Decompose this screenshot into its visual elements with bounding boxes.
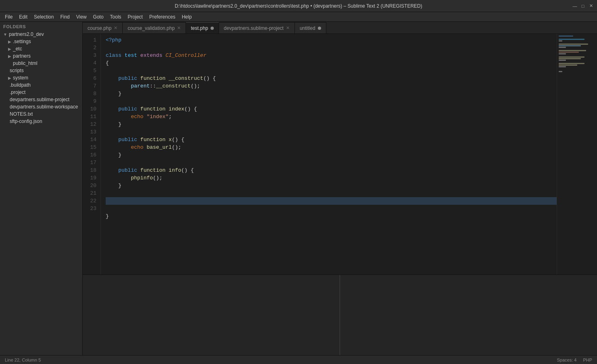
maximize-button[interactable]: □: [580, 3, 586, 9]
sidebar-item-root[interactable]: ▼ partners2.0_dev: [0, 31, 82, 38]
sidebar-item-sftp[interactable]: sftp-config.json: [0, 118, 82, 125]
line-numbers: 12345 678910 1112131415 1617181920 21222…: [83, 34, 101, 275]
window-title: D:\htdocs\lawline\partners2.0_dev\partne…: [175, 3, 422, 9]
main-area: FOLDERS ▼ partners2.0_dev ▶ .settings ▶ …: [0, 22, 597, 355]
menubar: FileEditSelectionFindViewGotoToolsProjec…: [0, 12, 597, 22]
tab-label: course_validation.php: [127, 25, 175, 31]
menu-item-edit[interactable]: Edit: [16, 13, 31, 21]
item-label: sftp-config.json: [10, 119, 42, 124]
tab-label: untitled: [300, 25, 315, 31]
sidebar-item-scripts[interactable]: scripts: [0, 67, 82, 74]
sidebar: FOLDERS ▼ partners2.0_dev ▶ .settings ▶ …: [0, 22, 83, 355]
minimap: [557, 34, 597, 275]
syntax-info: PHP: [583, 358, 592, 362]
status-left: Line 22, Column 5: [5, 358, 41, 362]
sidebar-item-etc[interactable]: ▶ _etc: [0, 45, 82, 52]
bottom-panel: [83, 275, 597, 355]
tab-label: course.php: [88, 25, 111, 31]
modified-dot: [318, 27, 321, 30]
bottom-left-panel: [83, 275, 340, 355]
item-label: _etc: [13, 46, 22, 52]
code-editor[interactable]: 12345 678910 1112131415 1617181920 21222…: [83, 34, 597, 275]
tab-label: devpartners.sublime-project: [224, 25, 284, 31]
folders-label: FOLDERS: [0, 22, 82, 31]
tab-course[interactable]: course.php ✕: [83, 22, 123, 33]
tab-course-validation[interactable]: course_validation.php ✕: [123, 22, 186, 33]
item-label: partners: [13, 53, 31, 59]
item-label: .project: [10, 89, 25, 95]
item-label: NOTES.txt: [10, 111, 33, 117]
item-label: devpartners.sublime-workspace: [10, 104, 78, 110]
arrow-icon: ▶: [8, 54, 11, 58]
menu-item-goto[interactable]: Goto: [90, 13, 107, 21]
menu-item-tools[interactable]: Tools: [107, 13, 125, 21]
menu-item-selection[interactable]: Selection: [31, 13, 57, 21]
item-label: scripts: [10, 68, 24, 73]
menu-item-project[interactable]: Project: [125, 13, 146, 21]
sidebar-item-buildpath[interactable]: .buildpath: [0, 81, 82, 89]
menu-item-file[interactable]: File: [2, 13, 16, 21]
status-right: Spaces: 4 PHP: [557, 358, 592, 362]
titlebar: D:\htdocs\lawline\partners2.0_dev\partne…: [0, 0, 597, 12]
modified-dot: [211, 27, 214, 30]
spaces-info: Spaces: 4: [557, 358, 576, 362]
code-content[interactable]: <?php class test extends CI_Controller {…: [101, 34, 557, 275]
arrow-icon: ▼: [3, 32, 7, 37]
sidebar-item-partners[interactable]: ▶ partners: [0, 52, 82, 60]
sidebar-item-public-html[interactable]: ▶ public_html: [0, 60, 82, 67]
item-label: public_html: [13, 60, 38, 66]
tab-test[interactable]: test.php: [186, 22, 219, 33]
tab-close-icon[interactable]: ✕: [114, 25, 117, 31]
close-button[interactable]: ✕: [588, 3, 594, 9]
tab-label: test.php: [191, 25, 208, 31]
statusbar: Line 22, Column 5 Spaces: 4 PHP: [0, 355, 597, 364]
arrow-icon: ▶: [8, 76, 11, 80]
menu-item-find[interactable]: Find: [57, 13, 73, 21]
item-label: devpartners.sublime-project: [10, 97, 69, 102]
tab-devpartners-project[interactable]: devpartners.sublime-project ✕: [219, 22, 295, 33]
tab-close-icon[interactable]: ✕: [177, 25, 181, 31]
sidebar-item-settings[interactable]: ▶ .settings: [0, 38, 82, 45]
sidebar-item-devpartners-workspace[interactable]: devpartners.sublime-workspace: [0, 103, 82, 110]
editor-wrapper: course.php ✕ course_validation.php ✕ tes…: [83, 22, 597, 355]
item-label: .buildpath: [10, 82, 31, 88]
sidebar-item-project[interactable]: .project: [0, 89, 82, 96]
menu-item-help[interactable]: Help: [179, 13, 195, 21]
menu-item-view[interactable]: View: [73, 13, 90, 21]
root-label: partners2.0_dev: [9, 31, 44, 37]
sidebar-item-devpartners-project[interactable]: devpartners.sublime-project: [0, 96, 82, 103]
item-label: system: [13, 75, 28, 81]
sidebar-item-system[interactable]: ▶ system: [0, 74, 82, 81]
arrow-icon: ▶: [8, 47, 11, 51]
tab-close-icon[interactable]: ✕: [286, 25, 290, 31]
bottom-right-panel: [340, 275, 597, 355]
cursor-position: Line 22, Column 5: [5, 358, 41, 362]
tab-bar: course.php ✕ course_validation.php ✕ tes…: [83, 22, 597, 34]
arrow-icon: ▶: [8, 40, 11, 44]
tab-untitled[interactable]: untitled: [295, 22, 326, 33]
sidebar-item-notes[interactable]: NOTES.txt: [0, 110, 82, 118]
file-tree: ▼ partners2.0_dev ▶ .settings ▶ _etc ▶ p…: [0, 31, 82, 125]
window-controls: — □ ✕: [572, 3, 594, 9]
menu-item-preferences[interactable]: Preferences: [146, 13, 179, 21]
minimize-button[interactable]: —: [572, 3, 578, 9]
item-label: .settings: [13, 39, 31, 44]
